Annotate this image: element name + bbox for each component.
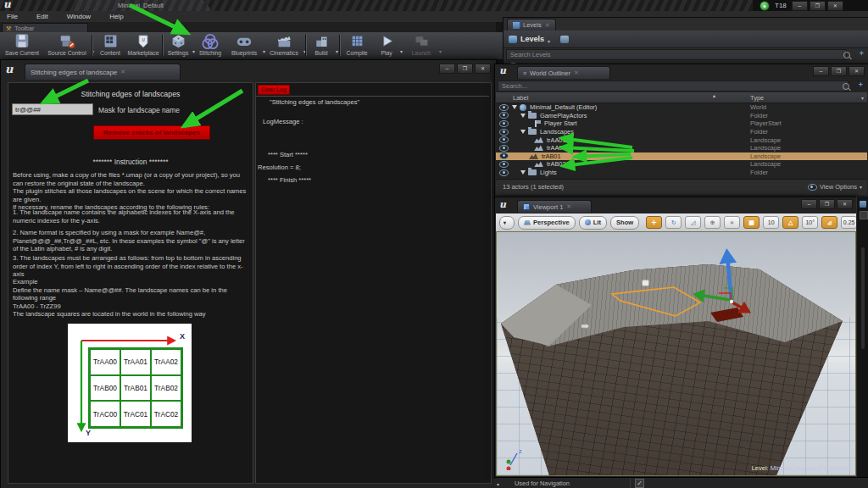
grid-snap-value[interactable]: 10 (763, 216, 779, 229)
marketplace-button[interactable]: u Marketplace (125, 33, 161, 58)
visibility-eye-icon[interactable] (499, 129, 509, 136)
chevron-down-icon[interactable] (548, 31, 550, 47)
expand-arrow-icon[interactable] (520, 130, 526, 134)
visibility-eye-icon[interactable] (499, 152, 509, 159)
used-for-navigation-checkbox[interactable] (635, 479, 644, 488)
scrollbar[interactable] (861, 247, 865, 349)
outliner-row-landscape[interactable]: trAA02 Landscape (496, 144, 867, 152)
blueprints-button[interactable]: Blueprints (227, 33, 261, 58)
levels-dropdown[interactable]: Levels (520, 35, 544, 43)
panel-icon[interactable] (860, 211, 868, 219)
chevron-down-icon[interactable] (400, 42, 403, 57)
maximize-button[interactable] (819, 199, 835, 209)
visibility-eye-icon[interactable] (499, 112, 509, 119)
chevron-down-icon[interactable] (263, 42, 265, 57)
column-type[interactable]: Type (750, 94, 764, 102)
minimize-button[interactable] (792, 1, 808, 11)
rotate-tool-button[interactable]: ↻ (665, 216, 682, 229)
add-level-icon[interactable] (860, 49, 864, 58)
sort-ascending-icon[interactable]: ▲ (712, 93, 716, 98)
menu-file[interactable]: File (7, 13, 18, 20)
levels-search-input[interactable] (506, 49, 847, 60)
scale-tool-button[interactable]: ◿ (685, 216, 701, 229)
world-local-toggle[interactable]: ⊕ (704, 216, 721, 229)
content-button[interactable]: Content (96, 33, 125, 58)
expand-arrow-icon[interactable] (520, 170, 526, 175)
close-tab-icon[interactable] (574, 69, 579, 76)
perspective-button[interactable]: Perspective (518, 216, 576, 230)
sprite-icon[interactable] (643, 280, 648, 286)
remove-cracks-button[interactable]: Remove cracks of landscapes (93, 125, 210, 140)
maximize-button[interactable] (457, 64, 473, 74)
chevron-down-icon[interactable] (336, 42, 338, 57)
stitching-window-tab[interactable]: Stitching edges of landscape (25, 64, 181, 80)
maximize-button[interactable] (831, 66, 847, 76)
outliner-row-landscape[interactable]: trAA01 Landscape (496, 136, 867, 144)
build-button[interactable]: Build (309, 33, 334, 58)
menu-edit[interactable]: Edit (36, 13, 48, 20)
clear-log-button[interactable]: Clear Log (258, 85, 290, 95)
menu-window[interactable]: Window (67, 13, 91, 20)
network-status-icon[interactable]: ◆ (760, 1, 770, 11)
close-tab-icon[interactable] (566, 203, 571, 210)
minimize-button[interactable] (801, 199, 817, 209)
minimize-button[interactable] (439, 64, 455, 74)
mask-input[interactable] (12, 103, 93, 115)
close-button[interactable] (475, 64, 491, 74)
surface-snap-button[interactable]: ∗ (724, 216, 740, 229)
world-icon[interactable] (560, 36, 569, 43)
outliner-row-folder[interactable]: Lights Folder (496, 169, 867, 177)
visibility-eye-icon[interactable] (499, 169, 509, 176)
chevron-down-icon[interactable] (497, 480, 499, 488)
close-button[interactable] (827, 1, 843, 11)
close-button[interactable] (849, 66, 865, 76)
lit-button[interactable]: Lit (579, 216, 607, 230)
chevron-down-icon[interactable] (439, 42, 442, 57)
visibility-eye-icon[interactable] (499, 120, 509, 127)
grid-snap-toggle[interactable]: ▦ (743, 216, 760, 229)
chevron-down-icon[interactable] (192, 42, 195, 57)
outliner-search-input[interactable] (498, 80, 849, 92)
outliner-row-landscape[interactable]: trAB02 Landscape (496, 160, 867, 169)
panel-icon[interactable] (860, 201, 866, 208)
visibility-eye-icon[interactable] (499, 145, 509, 152)
close-tab-icon[interactable] (545, 22, 550, 29)
maximize-button[interactable] (810, 1, 826, 11)
outliner-row-playerstart[interactable]: Player Start PlayerStart (496, 119, 867, 128)
scale-snap-value[interactable]: 0.25 (841, 216, 857, 229)
visibility-eye-icon[interactable] (499, 104, 509, 111)
show-button[interactable]: Show (610, 216, 639, 230)
outliner-row-world[interactable]: Minimal_Default (Editor) World (496, 103, 867, 112)
compile-button[interactable]: Compile (342, 33, 371, 58)
world-outliner-tab[interactable]: ≡ World Outliner (517, 66, 610, 79)
close-button[interactable] (837, 199, 853, 209)
viewport-tab[interactable]: Viewport 1 (517, 200, 592, 213)
play-button[interactable]: Play (375, 33, 398, 58)
expand-arrow-icon[interactable] (512, 105, 517, 109)
view-options-button[interactable]: View Options (808, 183, 862, 191)
rotation-snap-toggle[interactable]: △ (782, 216, 798, 229)
move-tool-button[interactable]: ✛ (646, 216, 662, 229)
level-title-tab[interactable]: Minimal_Default (70, 0, 212, 11)
outliner-row-folder[interactable]: Landscapes Folder (496, 128, 867, 136)
column-label[interactable]: Label (513, 94, 528, 102)
stitching-button[interactable]: Stitching (197, 33, 224, 58)
scale-snap-toggle[interactable]: ⊿ (821, 216, 837, 229)
cinematics-button[interactable]: Cinematics (266, 33, 302, 58)
viewport-scene[interactable]: z Level: Minimal_Default (Persistent) (496, 231, 856, 476)
filter-icon[interactable] (859, 80, 863, 89)
visibility-eye-icon[interactable] (499, 136, 509, 143)
source-control-button[interactable]: Source Control (44, 33, 90, 58)
outliner-row-landscape-selected[interactable]: trAB01 Landscape (496, 152, 867, 161)
menu-help[interactable]: Help (109, 13, 123, 20)
levels-tab[interactable]: Levels (507, 19, 556, 30)
visibility-eye-icon[interactable] (499, 161, 509, 168)
close-tab-icon[interactable] (120, 69, 125, 75)
minimize-button[interactable] (813, 66, 829, 76)
launch-button[interactable]: Launch (405, 33, 437, 58)
expand-arrow-icon[interactable] (520, 114, 526, 118)
save-current-button[interactable]: Save Current (2, 33, 42, 58)
viewport-options-button[interactable] (499, 216, 515, 230)
rotation-snap-value[interactable]: 10° (802, 216, 818, 229)
chevron-down-icon[interactable] (861, 94, 864, 102)
